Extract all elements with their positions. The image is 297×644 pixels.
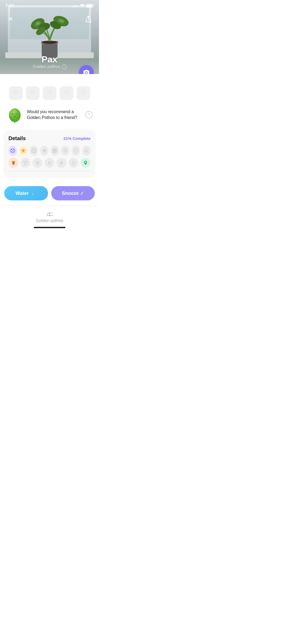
detail-icon-cold[interactable] — [56, 158, 67, 168]
status-bar: 7:01 ▲▼ — [0, 0, 99, 12]
detail-icon-grid[interactable] — [51, 146, 59, 156]
recommend-row: Would you recommend a Golden Pothos to a… — [0, 104, 99, 128]
snooze-button-label: Snooze — [62, 191, 79, 196]
svg-point-53 — [85, 149, 88, 153]
svg-point-60 — [85, 162, 86, 163]
content-area: ♡ ♡ ♡ ♡ ♡ — [0, 74, 99, 233]
snooze-z-icon: zᶻ — [81, 191, 84, 196]
water-button-label: Water — [16, 191, 29, 196]
svg-point-59 — [50, 163, 51, 164]
heart-button-1[interactable]: ♡ — [9, 86, 23, 100]
recommend-question: Would you recommend a Golden Pothos to a… — [27, 109, 82, 120]
close-button[interactable]: ✕ — [5, 14, 16, 24]
details-header: Details 21% Complete — [8, 135, 91, 141]
svg-point-57 — [50, 162, 51, 163]
svg-rect-2 — [87, 5, 92, 7]
details-icon-row-2 — [8, 158, 91, 168]
heart-button-3[interactable]: ♡ — [43, 86, 56, 100]
details-complete-pct: 21% Complete — [63, 136, 91, 141]
share-icon — [86, 16, 91, 22]
svg-point-56 — [48, 162, 49, 163]
svg-rect-1 — [93, 5, 94, 7]
heart-icon-4: ♡ — [64, 90, 69, 96]
heart-icon-5: ♡ — [81, 90, 86, 96]
svg-line-35 — [25, 149, 25, 149]
status-icons: ▲▼ — [72, 4, 94, 8]
svg-line-33 — [21, 149, 22, 149]
status-time: 7:01 — [5, 3, 14, 8]
snooze-button[interactable]: Snooze zᶻ — [51, 186, 95, 200]
svg-line-34 — [25, 152, 25, 153]
plant-name: Pax — [0, 54, 99, 65]
svg-point-52 — [86, 150, 87, 152]
detail-icon-funnel[interactable] — [21, 158, 31, 168]
svg-point-18 — [16, 113, 17, 114]
detail-icon-globe[interactable] — [30, 146, 38, 156]
heart-icon-1: ♡ — [13, 90, 18, 96]
heart-button-5[interactable]: ♡ — [77, 86, 90, 100]
signal-icon: ▲▼ — [72, 4, 78, 8]
leaf-mascot-icon — [6, 106, 23, 123]
details-divider — [8, 171, 91, 171]
heart-button-4[interactable]: ♡ — [60, 86, 73, 100]
svg-point-16 — [9, 108, 21, 122]
details-title: Details — [8, 135, 26, 141]
detail-icon-droplet[interactable] — [69, 158, 79, 168]
detail-icon-dim[interactable] — [82, 146, 91, 156]
wifi-icon — [80, 4, 85, 8]
details-icon-row-1 — [8, 146, 91, 156]
detail-icon-filter[interactable] — [32, 158, 43, 168]
bottom-buttons-row: Water 💧 Snooze zᶻ — [0, 182, 99, 206]
water-drop-icon: 💧 — [31, 190, 36, 196]
svg-rect-44 — [55, 149, 56, 150]
species-info-button[interactable]: i — [62, 65, 67, 69]
detail-icon-pot[interactable] — [8, 158, 18, 168]
svg-point-19 — [13, 113, 13, 114]
heart-button-2[interactable]: ♡ — [26, 86, 40, 100]
svg-point-28 — [22, 149, 25, 152]
svg-rect-46 — [55, 151, 56, 153]
water-button[interactable]: Water 💧 — [4, 186, 48, 200]
heart-icon-3: ♡ — [47, 90, 52, 96]
share-button[interactable] — [83, 14, 94, 24]
details-card: Details 21% Complete — [4, 131, 95, 177]
svg-point-20 — [17, 113, 17, 114]
heart-rating-row: ♡ ♡ ♡ ♡ ♡ — [0, 84, 99, 104]
bottom-nav-label: Golden pothos — [36, 218, 63, 223]
recommend-help-button[interactable]: ? — [85, 111, 93, 118]
svg-point-47 — [64, 149, 67, 152]
camera-icon — [83, 69, 90, 74]
bottom-nav: Golden pothos — [0, 206, 99, 233]
svg-rect-45 — [53, 151, 54, 153]
svg-rect-43 — [53, 149, 54, 150]
home-indicator — [34, 227, 65, 228]
svg-point-17 — [12, 113, 14, 114]
detail-icon-light[interactable] — [61, 146, 69, 156]
battery-icon — [86, 4, 94, 8]
detail-icon-dna[interactable] — [8, 146, 17, 156]
detail-icon-sun[interactable] — [19, 146, 27, 156]
heart-icon-2: ♡ — [30, 90, 35, 96]
bottom-plant-icon — [44, 209, 55, 218]
svg-point-55 — [12, 161, 15, 162]
svg-line-36 — [21, 152, 22, 153]
svg-point-58 — [48, 163, 49, 164]
detail-icon-dots[interactable] — [45, 158, 55, 168]
detail-icon-location[interactable] — [81, 158, 91, 168]
detail-icon-bulb[interactable] — [72, 146, 80, 156]
detail-icon-snowflake[interactable] — [40, 146, 49, 156]
